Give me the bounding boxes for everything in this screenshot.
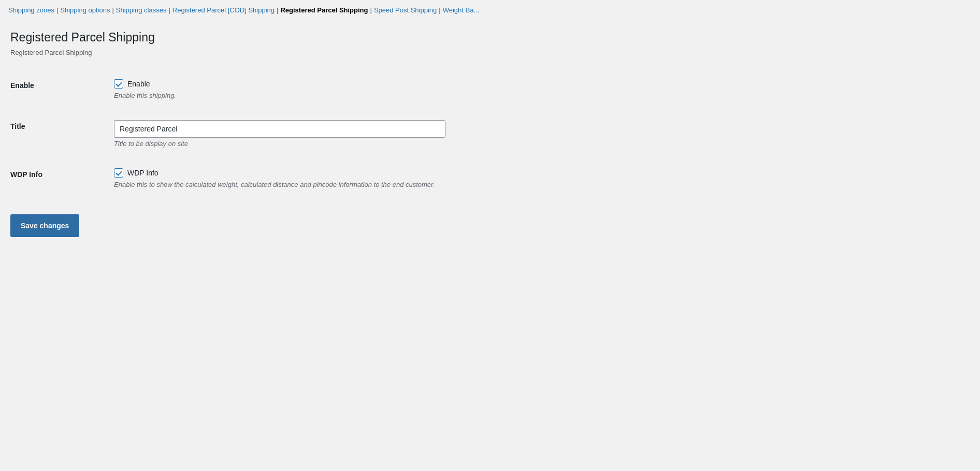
title-field-cell: Title to be display on site <box>114 110 953 158</box>
enable-checkbox[interactable] <box>114 79 123 89</box>
breadcrumb-weight-based[interactable]: Weight Ba... <box>443 6 480 14</box>
wdp-info-checkbox-row: WDP Info <box>114 168 953 178</box>
title-label: Title <box>10 110 114 158</box>
enable-field-label: Enable <box>10 81 34 90</box>
breadcrumb-shipping-zones[interactable]: Shipping zones <box>8 6 54 14</box>
title-field-label: Title <box>10 122 25 130</box>
enable-field-cell: Enable Enable this shipping. <box>114 69 953 110</box>
breadcrumb-separator-2: | <box>112 6 113 14</box>
wdp-info-checkbox[interactable] <box>114 168 123 178</box>
breadcrumb-shipping-classes[interactable]: Shipping classes <box>116 6 167 14</box>
title-description: Title to be display on site <box>114 140 953 148</box>
enable-checkbox-row: Enable <box>114 79 953 89</box>
breadcrumb-separator-1: | <box>56 6 58 14</box>
enable-label: Enable <box>10 69 114 110</box>
title-input[interactable] <box>114 120 445 138</box>
breadcrumb-separator-6: | <box>439 6 440 14</box>
page-container: Registered Parcel Shipping Registered Pa… <box>0 20 963 268</box>
save-button[interactable]: Save changes <box>10 214 79 237</box>
page-title: Registered Parcel Shipping <box>10 31 953 45</box>
breadcrumb-speed-post[interactable]: Speed Post Shipping <box>374 6 437 14</box>
wdp-info-description: Enable this to show the calculated weigh… <box>114 181 953 188</box>
title-row: Title Title to be display on site <box>10 110 953 158</box>
breadcrumb-separator-4: | <box>277 6 278 14</box>
page-description: Registered Parcel Shipping <box>10 49 953 56</box>
wdp-info-checkbox-label[interactable]: WDP Info <box>127 169 158 177</box>
breadcrumb-separator-5: | <box>370 6 371 14</box>
enable-checkbox-label[interactable]: Enable <box>127 80 150 88</box>
wdp-info-field-label: WDP Info <box>10 170 42 179</box>
breadcrumb-registered-parcel-cod[interactable]: Registered Parcel [COD] Shipping <box>172 6 275 14</box>
wdp-info-row: WDP Info WDP Info Enable this to show th… <box>10 158 953 199</box>
breadcrumb: Shipping zones | Shipping options | Ship… <box>0 0 980 20</box>
breadcrumb-shipping-options[interactable]: Shipping options <box>60 6 110 14</box>
settings-form: Enable Enable Enable this shipping. Titl… <box>10 69 953 247</box>
wdp-info-field-cell: WDP Info Enable this to show the calcula… <box>114 158 953 199</box>
wdp-info-label: WDP Info <box>10 158 114 199</box>
breadcrumb-separator-3: | <box>168 6 170 14</box>
form-table: Enable Enable Enable this shipping. Titl… <box>10 69 953 199</box>
enable-description: Enable this shipping. <box>114 92 953 99</box>
save-section: Save changes <box>10 199 953 247</box>
enable-row: Enable Enable Enable this shipping. <box>10 69 953 110</box>
breadcrumb-current: Registered Parcel Shipping <box>280 6 368 14</box>
